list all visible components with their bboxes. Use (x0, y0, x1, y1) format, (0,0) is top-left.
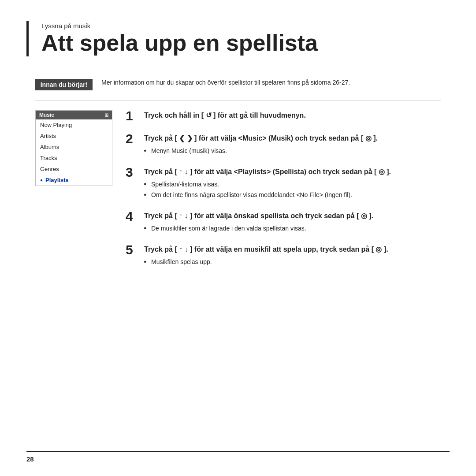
step-3-content: Tryck på [ ↑ ↓ ] för att välja <Playlist… (144, 167, 441, 201)
page-number-line (26, 451, 450, 452)
step-4-number: 4 (126, 210, 139, 223)
page: Lyssna på musik Att spela upp en spellis… (0, 0, 476, 476)
mid-divider (35, 100, 441, 100)
step-2-number: 2 (126, 132, 139, 145)
sidebar-item-playlists[interactable]: Playlists (36, 175, 112, 186)
step-5-bullet-1: Musikfilen spelas upp. (144, 257, 441, 267)
sidebar: Music ⊞ Now Playing Artists Albums Track… (35, 110, 112, 186)
sidebar-item-genres[interactable]: Genres (36, 164, 112, 175)
content-area: Music ⊞ Now Playing Artists Albums Track… (35, 110, 441, 278)
step-2-bullet-1: Menyn Music (musik) visas. (144, 146, 441, 156)
sidebar-item-albums[interactable]: Albums (36, 141, 112, 152)
step-3: 3 Tryck på [ ↑ ↓ ] för att välja <Playli… (126, 167, 441, 201)
step-4-bullets: De musikfiler som är lagrade i den valda… (144, 224, 441, 233)
before-box: Innan du börjar! Mer information om hur … (35, 78, 441, 90)
step-4: 4 Tryck på [ ↑ ↓ ] för att välja önskad … (126, 211, 441, 234)
step-1-text: Tryck och håll in [ ↺ ] för att gå till … (144, 110, 441, 121)
step-5-text: Tryck på [ ↑ ↓ ] för att välja en musikf… (144, 244, 441, 255)
step-3-bullets: Spellistan/-listorna visas. Om det inte … (144, 180, 441, 200)
step-2-bullets: Menyn Music (musik) visas. (144, 146, 441, 156)
step-3-bullet-2: Om det inte finns några spellistor visas… (144, 190, 441, 200)
sidebar-item-now-playing[interactable]: Now Playing (36, 119, 112, 130)
sidebar-item-tracks[interactable]: Tracks (36, 152, 112, 164)
step-1-content: Tryck och håll in [ ↺ ] för att gå till … (144, 110, 441, 123)
sidebar-item-artists[interactable]: Artists (36, 130, 112, 141)
before-text: Mer information om hur du skapar och öve… (101, 78, 350, 87)
step-5-bullets: Musikfilen spelas upp. (144, 257, 441, 267)
step-1-number: 1 (126, 109, 139, 123)
step-4-bullet-1: De musikfiler som är lagrade i den valda… (144, 224, 441, 233)
step-5: 5 Tryck på [ ↑ ↓ ] för att välja en musi… (126, 244, 441, 268)
page-number: 28 (26, 455, 34, 463)
step-3-number: 3 (126, 166, 139, 179)
step-5-number: 5 (126, 243, 139, 257)
sidebar-title: Music (39, 112, 54, 118)
step-3-text: Tryck på [ ↑ ↓ ] för att välja <Playlist… (144, 167, 441, 177)
before-label: Innan du börjar! (35, 79, 93, 90)
steps-container: 1 Tryck och håll in [ ↺ ] för att gå til… (126, 110, 441, 278)
step-2-text: Tryck på [ ❮ ❯ ] för att välja <Music> (… (144, 133, 441, 144)
step-3-bullet-1: Spellistan/-listorna visas. (144, 180, 441, 189)
step-5-content: Tryck på [ ↑ ↓ ] för att välja en musikf… (144, 244, 441, 268)
step-1: 1 Tryck och håll in [ ↺ ] för att gå til… (126, 110, 441, 123)
main-title: Att spela upp en spellista (41, 30, 441, 56)
top-divider (35, 69, 441, 69)
step-4-text: Tryck på [ ↑ ↓ ] för att välja önskad sp… (144, 211, 441, 221)
section-label: Lyssna på musik (41, 22, 441, 30)
step-2-content: Tryck på [ ❮ ❯ ] för att välja <Music> (… (144, 133, 441, 157)
sidebar-header-icon: ⊞ (104, 112, 108, 118)
step-2: 2 Tryck på [ ❮ ❯ ] för att välja <Music>… (126, 133, 441, 157)
sidebar-header: Music ⊞ (36, 111, 112, 119)
step-4-content: Tryck på [ ↑ ↓ ] för att välja önskad sp… (144, 211, 441, 234)
